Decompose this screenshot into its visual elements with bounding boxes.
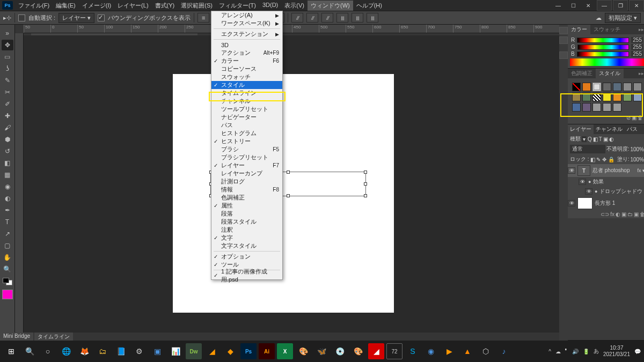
auto-select-checkbox[interactable] (18, 14, 25, 21)
menu-row[interactable]: ✓カラーF6 (211, 57, 282, 65)
move-tool[interactable]: ✥ (2, 40, 13, 50)
skype-icon[interactable]: S (405, 343, 421, 359)
menu-row[interactable]: 注釈 (211, 226, 282, 234)
hue-ramp[interactable] (570, 58, 644, 66)
menu-row[interactable]: コピーソース (211, 65, 282, 73)
dist-btn-5[interactable]: ⫼ (352, 13, 363, 23)
maximize-button[interactable]: ☐ (566, 0, 581, 11)
workspace-dropdown[interactable]: 初期設定 ▾ (605, 13, 641, 23)
shape-tool[interactable]: ▢ (2, 240, 13, 251)
layer-row[interactable]: 👁●ドロップシャドウ (568, 187, 644, 196)
firefox-icon[interactable]: 🦊 (76, 343, 92, 359)
music-icon[interactable]: ♪ (496, 343, 512, 359)
layers-tab[interactable]: レイヤー (568, 124, 594, 134)
menu-row[interactable]: パス (211, 121, 282, 129)
style-swatch[interactable] (603, 93, 611, 101)
type-tool[interactable]: T (2, 217, 13, 227)
panel-icon-3[interactable] (559, 51, 568, 59)
app-icon-4[interactable]: ◢ (204, 343, 220, 359)
style-swatch[interactable] (582, 83, 591, 91)
app-icon-8[interactable]: 🎨 (350, 343, 366, 359)
cortana-button[interactable]: ○ (40, 343, 56, 359)
style-swatch[interactable] (582, 93, 591, 101)
menu-row[interactable]: 文字スタイル (211, 242, 282, 250)
menu-select[interactable]: 選択範囲(S) (178, 1, 216, 11)
notification-icon[interactable]: 💬 (634, 349, 641, 354)
menu-row[interactable]: ブラシプリセット (211, 153, 282, 161)
style-swatch[interactable] (623, 93, 632, 101)
menu-row[interactable]: チャンネル (211, 97, 282, 105)
hand-tool[interactable]: ✋ (2, 252, 13, 263)
cloud-tray-icon[interactable]: ☁ (555, 349, 561, 354)
layer-row[interactable]: 👁長方形 1 (568, 196, 644, 210)
menu-row[interactable]: ✓文字 (211, 234, 282, 242)
menu-row[interactable]: ✓レイヤーF7 (211, 161, 282, 169)
vlc-icon[interactable]: ▲ (459, 343, 475, 359)
close-button[interactable]: ✕ (581, 0, 596, 11)
history-brush-tool[interactable]: ↺ (2, 146, 13, 157)
menu-image[interactable]: イメージ(I) (79, 1, 114, 11)
menu-row[interactable]: ワークスペース(K)▶ (211, 19, 282, 27)
app-icon-6[interactable]: 🦋 (313, 343, 330, 359)
battery-icon[interactable]: 🔋 (583, 349, 589, 354)
timeline-tab[interactable]: タイムライン (34, 333, 73, 341)
tray-up-icon[interactable]: ^ (548, 349, 551, 354)
style-swatch[interactable] (633, 83, 642, 91)
align-btn-1[interactable]: ≡ (197, 13, 209, 23)
dist-btn-1[interactable]: ⫽ (291, 13, 303, 23)
app-icon[interactable]: 📘 (113, 343, 129, 359)
menu-window[interactable]: ウィンドウ(W) (308, 1, 353, 11)
eyedropper-tool[interactable]: ✐ (2, 99, 13, 109)
wifi-icon[interactable]: 🬀 (565, 349, 568, 354)
style-swatch[interactable] (572, 103, 581, 112)
ai-icon[interactable]: Ai (259, 343, 275, 359)
menu-row[interactable]: エクステンション▶ (211, 30, 282, 38)
menu-row[interactable]: 段落 (211, 210, 282, 218)
app-icon-9[interactable]: ◉ (423, 343, 439, 359)
brush-tool[interactable]: 🖌 (2, 122, 13, 133)
canvas-viewport[interactable]: toshop (24, 33, 564, 333)
auto-select-target[interactable]: レイヤー ▾ (58, 13, 94, 23)
minimize-button[interactable]: — (551, 0, 566, 11)
inner-close-button[interactable]: ✕ (629, 0, 644, 11)
quickselect-tool[interactable]: ✎ (2, 75, 13, 86)
style-swatch[interactable] (592, 83, 601, 91)
crop-tool[interactable]: ✂ (2, 87, 13, 98)
b-slider[interactable] (577, 51, 629, 57)
blend-mode[interactable]: 通常 (570, 145, 605, 153)
dodge-tool[interactable]: ◐ (2, 193, 13, 204)
avira-icon[interactable]: ◢ (368, 343, 384, 359)
layer-row[interactable]: 👁T忍者 photoshopfx ▾ (568, 164, 644, 177)
style-swatch[interactable] (613, 83, 621, 91)
expand-icon[interactable]: » (2, 28, 13, 39)
show-bbox-checkbox[interactable] (98, 14, 105, 21)
dist-btn-2[interactable]: ⫽ (306, 13, 318, 23)
marquee-tool[interactable]: ▭ (2, 51, 13, 62)
excel-icon[interactable]: X (277, 343, 293, 359)
pen-tool[interactable]: ✒ (2, 205, 13, 216)
menu-row[interactable]: ナビゲーター (211, 113, 282, 121)
start-button[interactable]: ⊞ (3, 343, 19, 359)
path-tool[interactable]: ↗ (2, 228, 13, 239)
paths-tab[interactable]: パス (625, 124, 640, 134)
style-swatch[interactable] (633, 93, 642, 101)
app-icon-2[interactable]: ▣ (149, 343, 165, 359)
menu-row[interactable]: ツールプリセット (211, 105, 282, 113)
styles-new-icon[interactable]: ⊘ (626, 115, 631, 121)
eraser-tool[interactable]: ◧ (2, 158, 13, 168)
menu-row[interactable]: スウォッチ (211, 73, 282, 81)
inner-minimize-button[interactable]: — (597, 0, 612, 11)
72-icon[interactable]: 72 (386, 343, 402, 359)
menu-3d[interactable]: 3D(D) (259, 1, 281, 11)
gradient-tool[interactable]: ▦ (2, 169, 13, 180)
zoom-tool[interactable]: 🔍 (2, 264, 13, 275)
layer-row[interactable]: 👁●効果 (568, 177, 644, 187)
menu-row[interactable]: 3D (211, 41, 282, 49)
channels-tab[interactable]: チャンネル (594, 124, 625, 134)
menu-row[interactable]: ✓ヒストリー (211, 137, 282, 145)
sublime-icon[interactable]: ◆ (222, 343, 238, 359)
panel-icon-2[interactable] (559, 36, 568, 44)
style-swatch[interactable] (603, 83, 611, 91)
style-swatch[interactable] (582, 103, 591, 112)
clock[interactable]: 10:372021/03/21 (603, 345, 630, 358)
